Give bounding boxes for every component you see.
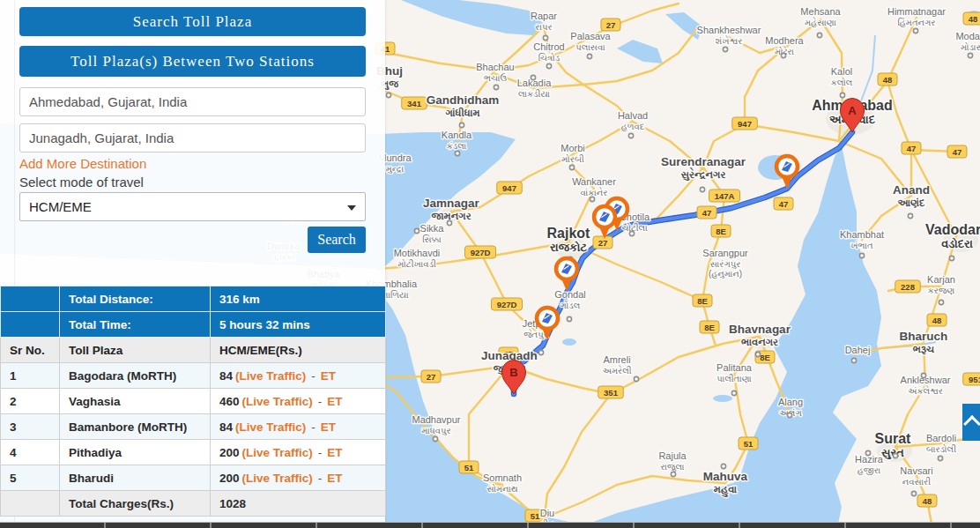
road-shield-951: 951 — [963, 373, 980, 385]
live-traffic-link[interactable]: (Live Traffic) — [242, 446, 313, 459]
road-shield-47: 47 — [902, 142, 921, 154]
live-traffic-link[interactable]: (Live Traffic) — [235, 420, 306, 434]
fee-separator: - — [311, 369, 316, 383]
svg-text:8E: 8E — [716, 227, 726, 236]
svg-text:મુન્દ્રા: મુન્દ્રા — [386, 164, 405, 174]
mode-of-travel-select[interactable]: HCM/EME — [19, 192, 366, 221]
svg-text:947: 947 — [738, 119, 752, 129]
origin-input[interactable] — [19, 87, 366, 116]
svg-text:ભરૂચ: ભરૂચ — [913, 344, 935, 354]
search-button[interactable]: Search — [308, 227, 366, 253]
svg-text:Surat: Surat — [875, 431, 912, 446]
svg-text:47: 47 — [702, 208, 712, 218]
svg-text:Bardoli: Bardoli — [926, 433, 956, 443]
collapse-panel-button[interactable] — [962, 404, 980, 441]
total-distance-value: 316 km — [211, 286, 386, 312]
toll-plaza-name-link[interactable]: Bharudi — [60, 465, 211, 491]
svg-text:27: 27 — [606, 20, 616, 30]
road-shield-947: 947 — [497, 182, 523, 194]
et-link[interactable]: ET — [327, 472, 342, 485]
road-shield-48: 48 — [927, 314, 947, 326]
svg-text:48: 48 — [969, 14, 978, 24]
road-shield-27: 27 — [601, 19, 620, 31]
svg-text:ભાવનગર: ભાવનગર — [741, 337, 778, 347]
svg-text:નવસારી: નવસારી — [902, 477, 931, 487]
road-shield-47: 47 — [947, 145, 967, 158]
svg-text:લાકડીયા: લાકડીયા — [518, 89, 551, 99]
road-shield-947: 947 — [732, 117, 758, 130]
svg-text:Sikka: Sikka — [420, 223, 445, 234]
empty-cell — [1, 312, 60, 338]
svg-text:મોડાસા: મોડાસા — [961, 42, 980, 52]
svg-text:Somnath: Somnath — [483, 472, 522, 483]
add-more-destination-link[interactable]: Add More Destination — [19, 156, 146, 171]
row-fee-cell: 84(Live Traffic)-ET — [211, 414, 386, 440]
fee-separator: - — [318, 395, 323, 408]
map-label-somnath: Somnathસોમનાથ — [483, 472, 522, 494]
svg-text:હળવદ: હળવદ — [621, 122, 645, 131]
toll-plaza-name-link[interactable]: Vaghasia — [60, 389, 211, 414]
empty-cell — [1, 286, 60, 312]
row-fee-cell: 200(Live Traffic)-ET — [211, 440, 386, 465]
svg-text:Anand: Anand — [893, 183, 930, 197]
svg-text:પલાસવા: પલાસવા — [575, 42, 605, 52]
fee-amount: 200 — [219, 446, 240, 459]
toll-plaza-name-link[interactable]: Bagodara (MoRTH) — [60, 363, 211, 389]
toll-plaza-name-link[interactable]: Pithadiya — [60, 440, 211, 465]
svg-text:Sarangpur: Sarangpur — [702, 248, 748, 258]
road-shield-8e: 8E — [711, 225, 731, 237]
toll-between-stations-button[interactable]: Toll Plaza(s) Between Two Stations — [19, 46, 366, 77]
svg-text:સિક્કા: સિક્કા — [422, 234, 442, 244]
svg-text:હજીરા: હજીરા — [858, 465, 881, 475]
empty-cell — [1, 491, 60, 517]
live-traffic-link[interactable]: (Live Traffic) — [242, 395, 313, 408]
row-sr-no: 3 — [1, 414, 60, 440]
svg-text:ભચાઉ: ભચાઉ — [484, 73, 507, 83]
svg-text:Halvad: Halvad — [618, 110, 648, 121]
et-link[interactable]: ET — [327, 395, 342, 408]
svg-text:48: 48 — [932, 316, 942, 325]
total-distance-row: Total Distance: 316 km — [1, 286, 386, 312]
svg-text:Bhavnagar: Bhavnagar — [729, 323, 791, 336]
svg-text:8E: 8E — [760, 353, 770, 362]
svg-text:વડોદરા: વડોદરા — [941, 237, 973, 250]
search-toll-plaza-button[interactable]: Search Toll Plaza — [19, 7, 366, 36]
svg-text:અંકલેશ્વર: અંકલેશ્વર — [908, 385, 943, 395]
svg-text:Khambhat: Khambhat — [840, 229, 884, 240]
total-charges-label: Total Charges(Rs.) — [60, 491, 211, 517]
total-charges-value: 1028 — [211, 491, 386, 517]
svg-text:Surendranagar: Surendranagar — [661, 155, 746, 168]
et-link[interactable]: ET — [321, 369, 336, 383]
svg-text:Madhavpur: Madhavpur — [412, 414, 460, 425]
road-shield-8e: 8E — [693, 294, 712, 307]
svg-text:કંડલા: કંડલા — [447, 141, 467, 151]
road-shield-341: 341 — [402, 97, 427, 109]
live-traffic-link[interactable]: (Live Traffic) — [235, 369, 306, 383]
et-link[interactable]: ET — [321, 420, 336, 434]
marker-b-letter: B — [509, 366, 517, 379]
mode-of-travel-label: Select mode of travel — [19, 175, 144, 190]
svg-text:Dahej: Dahej — [845, 345, 871, 355]
svg-text:રાજકોટ: રાજકોટ — [550, 241, 588, 254]
svg-text:પાલીતાણા: પાલીતાણા — [716, 374, 752, 383]
road-shield-48: 48 — [878, 73, 897, 86]
svg-text:Mehsana: Mehsana — [800, 6, 841, 17]
toll-plaza-name-link[interactable]: Bamanbore (MoRTH) — [60, 414, 211, 440]
total-time-label: Total Time: — [60, 312, 211, 338]
header-fee-type: HCM/EME(Rs.) — [211, 338, 386, 363]
et-link[interactable]: ET — [327, 446, 342, 459]
header-sr-no: Sr No. — [1, 338, 60, 363]
table-row: 4Pithadiya200(Live Traffic)-ET — [1, 440, 386, 465]
road-shield-927d: 927D — [465, 246, 496, 258]
destination-input[interactable] — [19, 123, 366, 152]
fee-separator: - — [318, 472, 323, 485]
svg-text:શંખેશ્વર: શંખેશ્વર — [716, 35, 743, 45]
road-shield-51: 51 — [739, 437, 758, 450]
svg-text:Vadodara: Vadodara — [925, 222, 980, 237]
svg-text:માધવપુર: માધવપુર — [421, 426, 450, 435]
row-sr-no: 2 — [1, 389, 60, 414]
svg-text:Chitrod: Chitrod — [533, 41, 564, 52]
svg-text:Alang: Alang — [778, 397, 803, 407]
svg-text:228: 228 — [901, 282, 915, 292]
live-traffic-link[interactable]: (Live Traffic) — [242, 472, 313, 485]
